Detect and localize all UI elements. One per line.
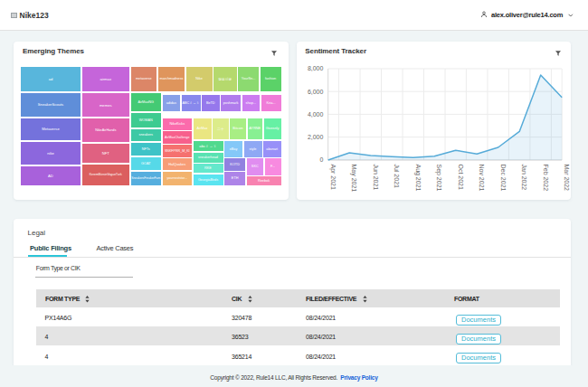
svg-text:May 2021: May 2021 [350,164,357,192]
svg-text:Feb 2022: Feb 2022 [542,164,548,191]
svg-text:Jul 2021: Jul 2021 [394,164,400,188]
svg-text:Nov 2021: Nov 2021 [479,164,485,191]
svg-text:2,000: 2,000 [308,134,324,140]
svg-text:Apr 2021: Apr 2021 [328,164,336,189]
svg-text:Jun 2021: Jun 2021 [372,164,378,190]
svg-text:Oct 2021: Oct 2021 [457,164,463,189]
svg-text:Sep 2021: Sep 2021 [435,164,442,191]
svg-text:8,000: 8,000 [308,66,324,72]
svg-text:Mar 2022: Mar 2022 [564,164,570,191]
svg-text:Aug 2021: Aug 2021 [413,164,421,191]
svg-text:Jan 2022: Jan 2022 [521,164,527,190]
svg-text:Dec 2021: Dec 2021 [499,164,506,191]
svg-text:6,000: 6,000 [308,89,324,95]
svg-text:4,000: 4,000 [308,111,324,118]
svg-text:0: 0 [319,156,323,163]
